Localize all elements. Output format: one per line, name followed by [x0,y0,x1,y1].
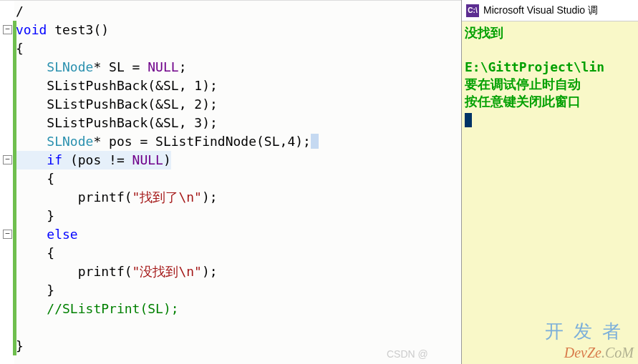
code-line[interactable]: //SListPrint(SL); [16,300,319,318]
code-editor-pane[interactable]: /void test3(){ SLNode* SL = NULL; SListP… [0,0,461,364]
collapse-toggle-icon[interactable]: − [3,25,12,34]
code-line[interactable]: } [16,281,319,300]
collapse-toggle-icon[interactable]: − [3,155,12,164]
code-line[interactable]: printf("找到了\n"); [16,188,319,207]
code-line[interactable]: } [16,337,319,355]
code-line[interactable]: SListPushBack(&SL, 3); [16,114,319,132]
brand-text: DevZe [564,345,601,360]
console-title-text: Microsoft Visual Studio 调 [483,4,598,17]
console-line: 要在调试停止时自动 [465,76,635,93]
code-line[interactable]: if (pos != NULL) [16,151,319,169]
code-line[interactable]: else [16,225,319,244]
code-line[interactable]: { [16,169,319,188]
console-titlebar[interactable]: C:\ Microsoft Visual Studio 调 [462,0,638,21]
code-line[interactable] [16,318,319,337]
console-line: 没找到 [465,24,635,41]
console-line [465,41,635,59]
code-line[interactable]: SListPushBack(&SL, 2); [16,95,319,114]
code-line[interactable]: } [16,207,319,225]
console-line: 按任意键关闭此窗口 [465,93,635,110]
change-indicator-bar [13,21,16,355]
console-cursor [465,113,472,127]
csdn-watermark: CSDN @ [387,348,428,360]
debug-console-pane: C:\ Microsoft Visual Studio 调 没找到 E:\Git… [461,0,638,364]
watermark-text: 开发者 [545,319,631,344]
code-line[interactable]: { [16,244,319,262]
code-line[interactable]: / [16,2,319,21]
code-area[interactable]: /void test3(){ SLNode* SL = NULL; SListP… [16,2,319,355]
code-line[interactable]: void test3() [16,21,319,39]
console-line: E:\GittProject\lin [465,59,635,76]
code-line[interactable]: { [16,39,319,58]
collapse-toggle-icon[interactable]: − [3,230,12,239]
code-line[interactable]: SLNode* pos = SListFindNode(SL,4); [16,132,319,151]
console-output[interactable]: 没找到 E:\GittProject\lin要在调试停止时自动按任意键关闭此窗口 [462,21,638,130]
vs-icon: C:\ [466,4,479,17]
code-line[interactable]: SLNode* SL = NULL; [16,58,319,77]
editor-gutter [0,1,14,364]
watermark-brand: DevZe.CoM [564,345,634,361]
brand-suffix: .CoM [601,345,634,360]
code-line[interactable]: SListPushBack(&SL, 1); [16,77,319,95]
code-line[interactable]: printf("没找到\n"); [16,262,319,281]
